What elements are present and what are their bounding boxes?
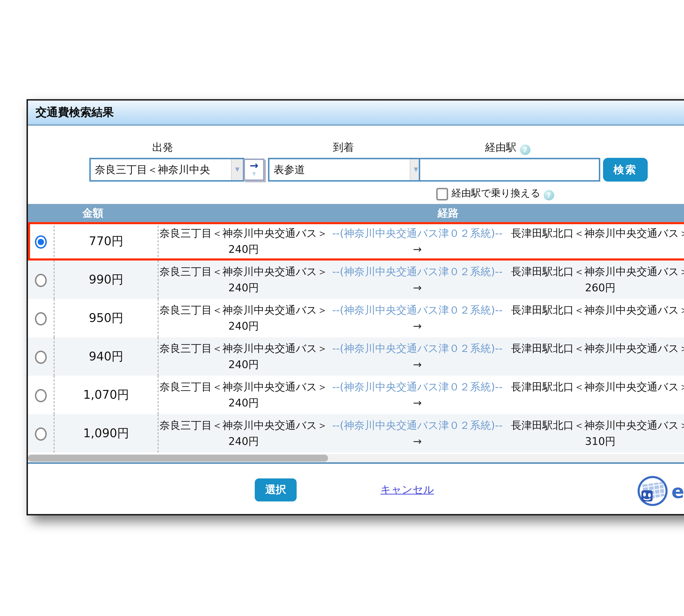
radio-cell xyxy=(28,414,54,453)
route-line-segment: --(神奈川中央交通バス津０２系統)--→ xyxy=(329,222,505,257)
segment-top: 奈良三丁目＜神奈川中央交通バス＞ xyxy=(160,381,328,393)
segment-top: --(神奈川中央交通バス津０２系統)-- xyxy=(332,342,502,355)
route-line-segment: --(神奈川中央交通バス津０２系統)--→ xyxy=(329,376,505,411)
fare-amount: 940円 xyxy=(54,337,158,376)
route-station-segment: 奈良三丁目＜神奈川中央交通バス＞240円 xyxy=(158,376,329,411)
radio-cell xyxy=(28,376,54,414)
radio-cell xyxy=(28,261,54,299)
departure-input[interactable]: 奈良三丁目＜神奈川中央 ▼ xyxy=(89,158,244,181)
segment-top: --(神奈川中央交通バス津０２系統)-- xyxy=(332,381,502,393)
via-input[interactable] xyxy=(419,158,600,181)
route-station-segment: 長津田駅北口＜神奈川中央交通バス＞ xyxy=(505,222,684,242)
fare-search-dialog: 交通費検索結果 ✕ 出発 到着 経由駅 ? 奈良三丁目＜神奈川中央 ▼ → ▼ … xyxy=(26,99,684,515)
route-cell: 奈良三丁目＜神奈川中央交通バス＞240円--(神奈川中央交通バス津０２系統)--… xyxy=(158,376,684,414)
transfer-checkbox-label: 経由駅で乗り換える ? xyxy=(452,187,554,200)
ekitan-logo: ekitan xyxy=(637,475,684,508)
radio-unselected[interactable] xyxy=(35,351,47,364)
route-cell: 奈良三丁目＜神奈川中央交通バス＞240円--(神奈川中央交通バス津０２系統)--… xyxy=(158,299,684,337)
fare-table-row[interactable]: 940円奈良三丁目＜神奈川中央交通バス＞240円--(神奈川中央交通バス津０２系… xyxy=(28,337,684,376)
radio-unselected[interactable] xyxy=(35,389,47,402)
route-line-segment: --(神奈川中央交通バス津０２系統)--→ xyxy=(329,261,505,295)
radio-unselected[interactable] xyxy=(35,312,47,326)
segment-top: 長津田駅北口＜神奈川中央交通バス＞ xyxy=(511,381,684,393)
segment-top: 奈良三丁目＜神奈川中央交通バス＞ xyxy=(160,342,328,355)
route-cell: 奈良三丁目＜神奈川中央交通バス＞240円--(神奈川中央交通バス津０２系統)--… xyxy=(158,337,684,376)
segment-top: 長津田駅北口＜神奈川中央交通バス＞ xyxy=(511,419,684,432)
segment-top: 長津田駅北口＜神奈川中央交通バス＞ xyxy=(511,342,684,355)
segment-bottom: → xyxy=(329,318,505,334)
segment-top: --(神奈川中央交通バス津０２系統)-- xyxy=(332,419,502,432)
swap-stations-button[interactable]: → ▼ xyxy=(244,158,265,181)
radio-cell xyxy=(28,337,54,376)
segment-bottom: → xyxy=(329,434,505,449)
horizontal-scrollbar[interactable] xyxy=(28,454,684,462)
route-line-segment: --(神奈川中央交通バス津０２系統)--→ xyxy=(329,414,505,449)
fare-amount: 950円 xyxy=(54,299,158,337)
radio-cell xyxy=(28,222,54,261)
departure-label: 出発 xyxy=(152,141,173,154)
fare-amount: 770円 xyxy=(54,222,158,261)
cancel-link[interactable]: キャンセル xyxy=(381,483,434,497)
select-button[interactable]: 選択 xyxy=(255,479,297,501)
route-station-segment: 奈良三丁目＜神奈川中央交通バス＞240円 xyxy=(158,261,329,295)
route-station-segment: 奈良三丁目＜神奈川中央交通バス＞240円 xyxy=(158,337,329,372)
segment-top: 奈良三丁目＜神奈川中央交通バス＞ xyxy=(160,265,328,278)
via-label: 経由駅 ? xyxy=(485,141,530,155)
dialog-titlebar: 交通費検索結果 ✕ xyxy=(28,101,684,126)
route-cell: 奈良三丁目＜神奈川中央交通バス＞240円--(神奈川中央交通バス津０２系統)--… xyxy=(158,261,684,299)
route-station-segment: 長津田駅北口＜神奈川中央交通バス＞ xyxy=(505,299,684,318)
route-station-segment: 長津田駅北口＜神奈川中央交通バス＞ xyxy=(505,337,684,357)
horizontal-scrollbar-thumb[interactable] xyxy=(28,455,328,462)
fare-table-row[interactable]: 770円奈良三丁目＜神奈川中央交通バス＞240円--(神奈川中央交通バス津０２系… xyxy=(28,222,684,261)
arrival-label: 到着 xyxy=(333,141,354,154)
radio-unselected[interactable] xyxy=(35,427,47,441)
fare-table-row[interactable]: 1,090円奈良三丁目＜神奈川中央交通バス＞240円--(神奈川中央交通バス津０… xyxy=(28,414,684,453)
fare-table-row[interactable]: 1,070円奈良三丁目＜神奈川中央交通バス＞240円--(神奈川中央交通バス津０… xyxy=(28,376,684,414)
transfer-checkbox[interactable] xyxy=(436,188,448,200)
segment-top: --(神奈川中央交通バス津０２系統)-- xyxy=(332,227,502,240)
fare-amount: 1,070円 xyxy=(54,376,158,414)
radio-selected[interactable] xyxy=(35,235,47,248)
route-station-segment: 奈良三丁目＜神奈川中央交通バス＞240円 xyxy=(158,414,329,449)
help-icon[interactable]: ? xyxy=(544,190,554,201)
radio-dot xyxy=(38,239,44,245)
route-line-segment: --(神奈川中央交通バス津０２系統)--→ xyxy=(329,337,505,372)
segment-top: --(神奈川中央交通バス津０２系統)-- xyxy=(332,265,502,278)
fare-table-row[interactable]: 990円奈良三丁目＜神奈川中央交通バス＞240円--(神奈川中央交通バス津０２系… xyxy=(28,261,684,299)
route-station-segment: 長津田駅北口＜神奈川中央交通バス＞310円 xyxy=(505,414,684,449)
route-station-segment: 長津田駅北口＜神奈川中央交通バス＞ xyxy=(505,376,684,395)
segment-top: 長津田駅北口＜神奈川中央交通バス＞ xyxy=(511,227,684,240)
segment-bottom: 240円 xyxy=(158,280,329,295)
swap-arrow-icon: → xyxy=(245,160,263,172)
segment-top: 奈良三丁目＜神奈川中央交通バス＞ xyxy=(160,227,328,240)
fare-table-row[interactable]: 950円奈良三丁目＜神奈川中央交通バス＞240円--(神奈川中央交通バス津０２系… xyxy=(28,299,684,337)
segment-bottom: → xyxy=(329,280,505,295)
route-cell: 奈良三丁目＜神奈川中央交通バス＞240円--(神奈川中央交通バス津０２系統)--… xyxy=(158,222,684,261)
segment-bottom: 240円 xyxy=(158,357,329,372)
route-cell: 奈良三丁目＜神奈川中央交通バス＞240円--(神奈川中央交通バス津０２系統)--… xyxy=(158,414,684,453)
segment-bottom: 240円 xyxy=(158,242,329,257)
segment-bottom: 240円 xyxy=(158,434,329,449)
segment-bottom: → xyxy=(329,395,505,411)
route-line-segment: --(神奈川中央交通バス津０２系統)--→ xyxy=(329,299,505,334)
chevron-down-icon[interactable]: ▼ xyxy=(231,159,243,180)
radio-cell xyxy=(28,299,54,337)
segment-top: 長津田駅北口＜神奈川中央交通バス＞ xyxy=(511,265,684,278)
segment-bottom: 240円 xyxy=(158,318,329,334)
help-icon[interactable]: ? xyxy=(520,145,530,155)
fare-table: 金額 経路 770円奈良三丁目＜神奈川中央交通バス＞240円--(神奈川中央交通… xyxy=(28,204,684,464)
screen: 交通費検索結果 ✕ 出発 到着 経由駅 ? 奈良三丁目＜神奈川中央 ▼ → ▼ … xyxy=(0,0,684,616)
segment-bottom: 240円 xyxy=(158,395,329,411)
arrival-input[interactable]: 表参道 ▼ xyxy=(268,158,423,181)
segment-bottom: → xyxy=(329,242,505,257)
amount-column-header: 金額 xyxy=(28,204,158,222)
segment-top: 奈良三丁目＜神奈川中央交通バス＞ xyxy=(160,304,328,316)
search-button[interactable]: 検索 xyxy=(603,158,648,181)
ekitan-globe-icon xyxy=(637,475,669,507)
swap-caret-icon: ▼ xyxy=(245,172,263,177)
fare-table-header: 金額 経路 xyxy=(28,204,684,222)
segment-bottom: → xyxy=(329,357,505,372)
route-station-segment: 奈良三丁目＜神奈川中央交通バス＞240円 xyxy=(158,222,329,257)
radio-unselected[interactable] xyxy=(35,274,47,287)
dialog-title: 交通費検索結果 xyxy=(36,105,114,120)
